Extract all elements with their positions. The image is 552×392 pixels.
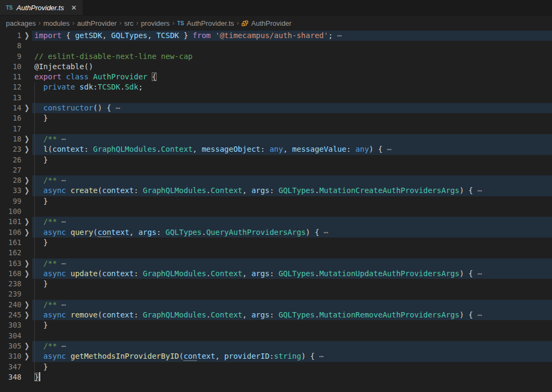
token: .: [206, 310, 210, 319]
token: ,: [242, 310, 252, 319]
close-icon[interactable]: ✕: [71, 4, 77, 11]
token: args: [252, 186, 270, 195]
tab-authprovider-ts[interactable]: TS AuthProvider.ts ✕: [0, 0, 83, 15]
token: ,: [242, 269, 252, 278]
token: any: [356, 145, 369, 153]
code-line-content[interactable]: async update(context: GraphQLModules.Con…: [32, 269, 552, 279]
token: update: [70, 269, 98, 278]
code-line-content[interactable]: [32, 93, 552, 103]
token: ⋯: [57, 176, 66, 184]
code-line-content[interactable]: private sdk:TCSDK.Sdk;: [32, 82, 552, 92]
token: [34, 310, 43, 319]
code-line-content[interactable]: constructor() { ⋯: [32, 103, 552, 113]
token: [34, 363, 43, 371]
code-line-content[interactable]: }: [32, 113, 552, 123]
token: GraphQLModules: [143, 186, 206, 195]
token: [62, 72, 66, 81]
token: () {: [93, 103, 112, 112]
code-line-content[interactable]: [32, 124, 552, 134]
code-line-content[interactable]: /** ⋯: [32, 341, 552, 351]
token: async: [43, 352, 66, 360]
token: [34, 145, 43, 153]
code-line-content[interactable]: }: [32, 196, 552, 206]
token: TCSDK: [157, 31, 179, 40]
token: import: [34, 31, 62, 40]
token: MutationRemoveAuthProvidersArgs: [319, 310, 459, 319]
token: /**: [43, 176, 57, 184]
code-line-33: 33❯ async create(context: GraphQLModules…: [0, 186, 552, 196]
code-line-content[interactable]: async create(context: GraphQLModules.Con…: [32, 186, 552, 196]
line-number: 14: [0, 103, 21, 113]
code-line-content[interactable]: [32, 331, 552, 341]
token: /**: [43, 342, 57, 350]
code-line-347: 347 }: [0, 362, 552, 372]
breadcrumb-item-authProvider[interactable]: authProvider: [77, 19, 117, 27]
code-line-content[interactable]: /** ⋯: [32, 258, 552, 269]
text-cursor: [39, 372, 40, 381]
code-line-content[interactable]: /** ⋯: [32, 175, 552, 186]
line-number: 11: [0, 72, 21, 82]
token: @Injectable(): [34, 62, 93, 71]
code-line-348: 348}: [0, 372, 552, 382]
code-line-content[interactable]: }: [32, 279, 552, 289]
token: '@timecampus/auth-shared': [215, 31, 328, 40]
code-line-101: 101❯ /** ⋯: [0, 217, 552, 227]
token: export: [34, 72, 62, 81]
code-line-content[interactable]: }: [32, 362, 552, 372]
code-line-content[interactable]: import { getSDK, GQLTypes, TCSDK } from …: [32, 31, 552, 41]
code-line-content[interactable]: l(context: GraphQLModules.Context, messa…: [32, 144, 552, 154]
code-editor[interactable]: 1❯import { getSDK, GQLTypes, TCSDK } fro…: [0, 31, 552, 392]
breadcrumb-file[interactable]: TSAuthProvider.ts: [177, 19, 234, 27]
code-line-content[interactable]: /** ⋯: [32, 134, 552, 144]
fold-spacer: [21, 371, 32, 383]
token: async: [43, 269, 66, 278]
token: [34, 321, 43, 329]
token: [34, 217, 43, 226]
token: [34, 269, 43, 278]
code-line-content[interactable]: export class AuthProvider {: [32, 72, 552, 82]
token: context: [102, 269, 134, 278]
code-line-9: 9// eslint-disable-next-line new-cap: [0, 51, 552, 62]
token: sdk: [79, 83, 93, 91]
typescript-file-icon: TS: [6, 5, 13, 11]
code-line-content[interactable]: [32, 289, 552, 299]
breadcrumb-item-modules[interactable]: modules: [43, 19, 70, 27]
code-line-content[interactable]: }: [32, 155, 552, 165]
code-line-content[interactable]: [32, 165, 552, 175]
code-line-content[interactable]: [32, 41, 552, 51]
token: :: [84, 145, 93, 153]
line-number: 28: [0, 175, 21, 186]
code-line-content[interactable]: }: [32, 372, 552, 382]
code-line-content[interactable]: }: [32, 238, 552, 248]
token: [34, 342, 43, 350]
code-line-content[interactable]: [32, 206, 552, 217]
code-line-content[interactable]: async getMethodsInProviderByID(context, …: [32, 351, 552, 361]
token: async: [43, 186, 66, 195]
breadcrumb-symbol[interactable]: AuthProvider: [241, 19, 291, 27]
code-line-168: 168❯ async update(context: GraphQLModule…: [0, 269, 552, 279]
code-line-content[interactable]: }: [32, 320, 552, 330]
breadcrumb-item-providers[interactable]: providers: [141, 19, 170, 27]
code-line-content[interactable]: async remove(context: GraphQLModules.Con…: [32, 310, 552, 320]
token: messageValue: [292, 145, 347, 153]
token: text: [197, 352, 215, 360]
token: ,: [148, 31, 157, 40]
breadcrumb-item-packages[interactable]: packages: [6, 19, 36, 27]
token: ⋯: [382, 145, 392, 153]
code-line-163: 163❯ /** ⋯: [0, 258, 552, 269]
token: GQLTypes: [278, 269, 314, 278]
line-number: 245: [0, 310, 21, 320]
code-line-content[interactable]: // eslint-disable-next-line new-cap: [32, 51, 552, 62]
code-line-content[interactable]: @Injectable(): [32, 62, 552, 72]
code-line-content[interactable]: /** ⋯: [32, 300, 552, 310]
line-number: 161: [0, 238, 21, 248]
breadcrumb-item-src[interactable]: src: [124, 19, 134, 27]
code-line-content[interactable]: [32, 248, 552, 258]
code-line-12: 12 private sdk:TCSDK.Sdk;: [0, 82, 552, 92]
editor-tab-bar: TS AuthProvider.ts ✕: [0, 0, 552, 16]
code-line-content[interactable]: async query(context, args: GQLTypes.Quer…: [32, 227, 552, 238]
code-line-content[interactable]: /** ⋯: [32, 217, 552, 227]
class-icon: [241, 20, 248, 27]
token: GraphQLModules: [93, 145, 157, 153]
token: async: [43, 228, 66, 236]
